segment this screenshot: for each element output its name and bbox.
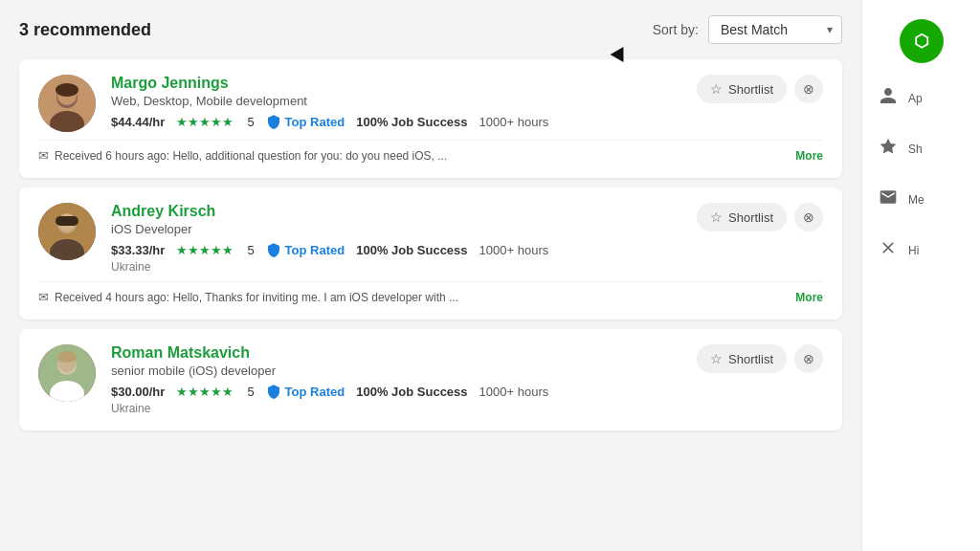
sidebar-label-applicants: Ap	[908, 92, 923, 105]
star-icon: ☆	[710, 81, 723, 97]
star-icon: ☆	[710, 351, 723, 366]
card-left: Margo Jennings Web, Desktop, Mobile deve…	[38, 75, 697, 132]
candidate-card: Roman Matskavich senior mobile (iOS) dev…	[19, 329, 842, 430]
star-count: 5	[247, 243, 254, 257]
shortlist-button[interactable]: ☆ Shortlist	[697, 203, 787, 231]
header-bar: 3 recommended Sort by: Best Match Hourly…	[19, 15, 842, 44]
top-rated-label: Top Rated	[285, 243, 345, 257]
candidate-info: Margo Jennings Web, Desktop, Mobile deve…	[111, 75, 697, 129]
close-icon	[878, 238, 899, 262]
sort-label: Sort by:	[653, 22, 699, 37]
candidate-title: Web, Desktop, Mobile development	[111, 94, 697, 108]
message-row: ✉ Received 6 hours ago: Hello, additiona…	[38, 140, 823, 163]
sidebar-label-messages: Me	[908, 193, 924, 207]
candidate-name[interactable]: Roman Matskavich	[111, 344, 697, 362]
main-content: 3 recommended Sort by: Best Match Hourly…	[0, 0, 861, 551]
stars: ★★★★★	[176, 385, 234, 399]
svg-point-14	[57, 351, 77, 363]
card-top-row: Roman Matskavich senior mobile (iOS) dev…	[38, 344, 823, 415]
star-count: 5	[247, 385, 254, 399]
right-sidebar: ⬡ Ap Sh Me Hi	[861, 0, 980, 551]
shield-icon	[266, 384, 281, 399]
stars: ★★★★★	[176, 115, 234, 129]
sidebar-item-shortlist[interactable]: Sh	[862, 123, 980, 174]
shield-icon	[266, 114, 281, 129]
card-actions: ☆ Shortlist ⊗	[697, 75, 823, 103]
avatar-image	[38, 344, 96, 402]
avatar-image	[38, 75, 96, 132]
candidate-title: iOS Developer	[111, 222, 697, 236]
avatar-image	[38, 203, 96, 260]
top-rated-label: Top Rated	[285, 385, 345, 399]
stats-row: $33.33/hr ★★★★★5 Top Rated 100% Job Succ…	[111, 242, 697, 257]
candidate-name[interactable]: Andrey Kirsch	[111, 203, 697, 220]
stars: ★★★★★	[176, 243, 234, 257]
job-success: 100% Job Success	[356, 385, 467, 399]
star-count: 5	[247, 115, 254, 129]
top-rated-label: Top Rated	[285, 115, 345, 129]
job-success: 100% Job Success	[356, 115, 467, 129]
more-link[interactable]: More	[795, 291, 823, 304]
country: Ukraine	[111, 402, 697, 415]
person-icon	[878, 86, 899, 110]
card-actions: ☆ Shortlist ⊗	[697, 344, 823, 373]
card-left: Roman Matskavich senior mobile (iOS) dev…	[38, 344, 697, 415]
job-success: 100% Job Success	[356, 243, 467, 257]
card-actions: ☆ Shortlist ⊗	[697, 203, 823, 231]
candidate-info: Andrey Kirsch iOS Developer $33.33/hr ★★…	[111, 203, 697, 274]
shortlist-label: Shortlist	[728, 352, 773, 366]
hours: 1000+ hours	[479, 243, 549, 257]
card-top-row: Margo Jennings Web, Desktop, Mobile deve…	[38, 75, 823, 132]
top-rated-badge: Top Rated	[266, 114, 345, 129]
hours: 1000+ hours	[479, 385, 549, 399]
dismiss-button[interactable]: ⊗	[794, 344, 823, 373]
message-text: Received 6 hours ago: Hello, additional …	[55, 149, 790, 163]
shortlist-label: Shortlist	[728, 210, 773, 225]
mail-icon: ✉	[38, 290, 49, 304]
shortlist-button[interactable]: ☆ Shortlist	[697, 75, 787, 103]
avatar	[38, 75, 96, 132]
mail-icon	[878, 187, 899, 211]
message-text: Received 4 hours ago: Hello, Thanks for …	[55, 291, 790, 304]
sidebar-label-shortlist: Sh	[908, 143, 923, 156]
sort-wrapper: Best Match Hourly Rate Hours Billed Feed…	[708, 15, 842, 44]
top-rated-badge: Top Rated	[266, 242, 345, 257]
country: Ukraine	[111, 260, 697, 274]
sort-select[interactable]: Best Match Hourly Rate Hours Billed Feed…	[708, 15, 842, 44]
recommended-count: 3 recommended	[19, 20, 151, 40]
rate: $33.33/hr	[111, 243, 165, 257]
candidate-name[interactable]: Margo Jennings	[111, 75, 697, 92]
shortlist-button[interactable]: ☆ Shortlist	[697, 344, 787, 373]
stats-row: $44.44/hr ★★★★★5 Top Rated 100% Job Succ…	[111, 114, 697, 129]
hours: 1000+ hours	[479, 115, 549, 129]
rate: $30.00/hr	[111, 385, 165, 399]
dismiss-button[interactable]: ⊗	[794, 203, 823, 231]
star-icon: ☆	[710, 209, 723, 225]
message-row: ✉ Received 4 hours ago: Hello, Thanks fo…	[38, 281, 823, 304]
sort-container: Sort by: Best Match Hourly Rate Hours Bi…	[653, 15, 842, 44]
sidebar-item-hidden[interactable]: Hi	[862, 225, 980, 276]
sidebar-item-applicants[interactable]: Ap	[862, 73, 980, 123]
upwork-button[interactable]: ⬡	[900, 19, 944, 63]
svg-rect-9	[56, 216, 78, 226]
star-icon	[878, 137, 899, 161]
more-link[interactable]: More	[795, 149, 823, 163]
dismiss-button[interactable]: ⊗	[794, 75, 823, 103]
close-icon: ⊗	[803, 209, 814, 225]
upwork-logo: ⬡	[914, 31, 929, 52]
mail-icon: ✉	[38, 148, 49, 163]
candidate-info: Roman Matskavich senior mobile (iOS) dev…	[111, 344, 697, 415]
top-rated-badge: Top Rated	[266, 384, 345, 399]
stats-row: $30.00/hr ★★★★★5 Top Rated 100% Job Succ…	[111, 384, 697, 399]
sidebar-label-hidden: Hi	[908, 244, 919, 257]
candidate-card: Margo Jennings Web, Desktop, Mobile deve…	[19, 59, 842, 178]
card-top-row: Andrey Kirsch iOS Developer $33.33/hr ★★…	[38, 203, 823, 274]
avatar	[38, 344, 96, 402]
card-left: Andrey Kirsch iOS Developer $33.33/hr ★★…	[38, 203, 697, 274]
rate: $44.44/hr	[111, 115, 165, 129]
avatar	[38, 203, 96, 260]
shortlist-label: Shortlist	[728, 82, 773, 97]
sidebar-item-messages[interactable]: Me	[862, 174, 980, 225]
svg-point-4	[56, 83, 78, 97]
shield-icon	[266, 242, 281, 257]
